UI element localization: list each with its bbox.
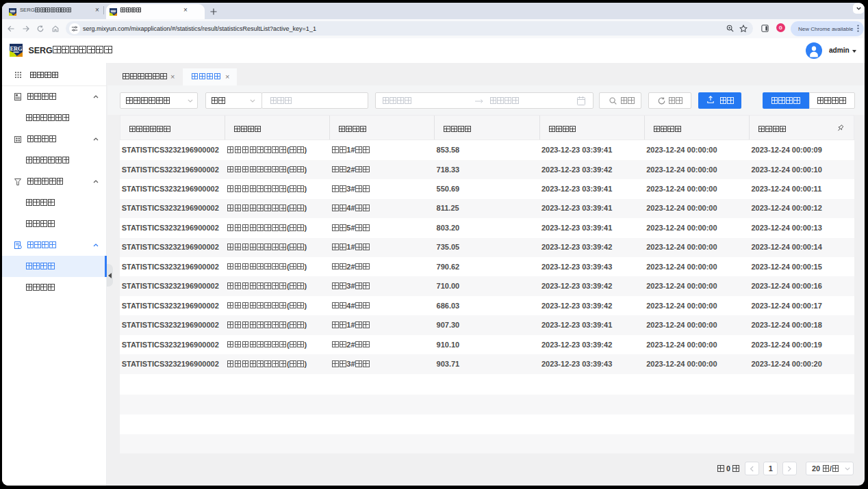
svg-text:ERG: ERG bbox=[10, 46, 23, 52]
